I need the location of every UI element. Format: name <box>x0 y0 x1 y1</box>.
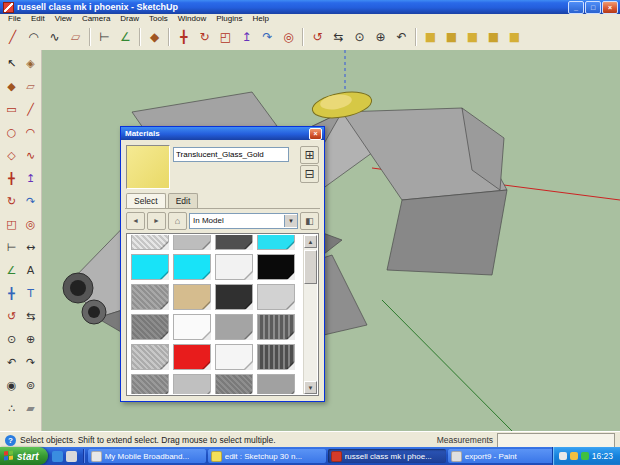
secondary-pane-button[interactable]: ⊟ <box>300 165 319 183</box>
taskbar-task[interactable]: russell class mk i phoe... <box>328 449 446 463</box>
create-material-button[interactable]: ⊞ <box>300 146 319 164</box>
move-tool-button[interactable]: ╋ <box>2 167 21 190</box>
follow-me-tool-button[interactable]: ↷ <box>257 27 278 48</box>
circle-tool-button[interactable]: ○ <box>2 121 21 144</box>
protractor-tool-button[interactable]: ∠ <box>115 27 136 48</box>
materials-scrollbar[interactable]: ▲ ▼ <box>303 235 317 394</box>
axes-tool-button[interactable]: ╋ <box>2 282 21 305</box>
back-button[interactable]: ◄ <box>126 212 145 230</box>
menu-item-help[interactable]: Help <box>247 14 273 24</box>
polygon-tool-button[interactable]: ◇ <box>2 144 21 167</box>
previous-view-tool-button[interactable]: ↶ <box>2 351 21 374</box>
arc-tool-button[interactable]: ◠ <box>21 121 40 144</box>
menu-item-view[interactable]: View <box>50 14 77 24</box>
text-tool-button[interactable]: A <box>21 259 40 282</box>
material-swatch-4[interactable] <box>257 235 295 250</box>
menu-item-file[interactable]: File <box>3 14 26 24</box>
right-view-button[interactable]: ■ <box>483 27 504 48</box>
walk-tool-button[interactable]: ∴ <box>2 397 21 420</box>
material-swatch-13[interactable] <box>131 314 169 340</box>
measurements-input[interactable] <box>497 433 615 448</box>
tape-measure-tool-button[interactable]: ⊢ <box>94 27 115 48</box>
paint-bucket-tool-button[interactable]: ◆ <box>2 75 21 98</box>
material-swatch-11[interactable] <box>215 284 253 310</box>
forward-button[interactable]: ► <box>147 212 166 230</box>
material-swatch-14[interactable] <box>173 314 211 340</box>
zoom-tool-button[interactable]: ⊙ <box>2 328 21 351</box>
tray-icon-2[interactable] <box>570 452 578 460</box>
collection-dropdown[interactable]: In Model ▼ <box>189 213 298 229</box>
pan-tool-button[interactable]: ⇆ <box>21 305 40 328</box>
material-swatch-5[interactable] <box>131 254 169 280</box>
line-tool-button[interactable]: ╱ <box>21 98 40 121</box>
material-swatch-3[interactable] <box>215 235 253 250</box>
line-tool-button[interactable]: ╱ <box>2 27 23 48</box>
freehand-tool-button[interactable]: ∿ <box>44 27 65 48</box>
taskbar-task[interactable]: edit : Sketchup 30 n... <box>208 449 326 463</box>
scroll-down-button[interactable]: ▼ <box>304 381 317 394</box>
follow-me-tool-button[interactable]: ↷ <box>21 190 40 213</box>
quick-launch-icon-2[interactable] <box>66 451 77 462</box>
material-swatch-10[interactable] <box>173 284 211 310</box>
paint-bucket-tool-button[interactable]: ◆ <box>144 27 165 48</box>
menu-item-edit[interactable]: Edit <box>26 14 50 24</box>
look-around-tool-button[interactable]: ⊚ <box>21 374 40 397</box>
material-name-input[interactable] <box>173 147 289 162</box>
minimize-button[interactable]: _ <box>568 1 584 14</box>
maximize-button[interactable]: □ <box>585 1 601 14</box>
offset-tool-button[interactable]: ◎ <box>278 27 299 48</box>
taskbar-task[interactable]: My Mobile Broadband... <box>88 449 206 463</box>
menu-item-draw[interactable]: Draw <box>115 14 144 24</box>
home-button[interactable]: ⌂ <box>168 212 187 230</box>
push-pull-tool-button[interactable]: ↥ <box>236 27 257 48</box>
tape-measure-tool-button[interactable]: ⊢ <box>2 236 21 259</box>
scrollbar-thumb[interactable] <box>304 250 317 284</box>
scroll-up-button[interactable]: ▲ <box>304 235 317 248</box>
select-tool-button[interactable]: ↖ <box>2 52 21 75</box>
close-button[interactable]: × <box>602 1 618 14</box>
dimension-tool-button[interactable]: ↔ <box>21 236 40 259</box>
offset-tool-button[interactable]: ◎ <box>21 213 40 236</box>
material-swatch-16[interactable] <box>257 314 295 340</box>
front-view-button[interactable]: ■ <box>462 27 483 48</box>
material-swatch-18[interactable] <box>173 344 211 370</box>
material-swatch-17[interactable] <box>131 344 169 370</box>
next-view-tool-button[interactable]: ↷ <box>21 351 40 374</box>
material-swatch-2[interactable] <box>173 235 211 250</box>
section-plane-tool-button[interactable]: ▰ <box>21 397 40 420</box>
back-view-button[interactable]: ■ <box>504 27 525 48</box>
iso-view-button[interactable]: ■ <box>420 27 441 48</box>
quick-launch-icon-1[interactable] <box>52 451 63 462</box>
tab-edit[interactable]: Edit <box>168 193 199 208</box>
material-swatch-23[interactable] <box>215 374 253 394</box>
window-titlebar[interactable]: russell class mk i phoenix - SketchUp _ … <box>0 0 620 14</box>
position-camera-tool-button[interactable]: ◉ <box>2 374 21 397</box>
zoom-extents-tool-button[interactable]: ⊕ <box>21 328 40 351</box>
start-button[interactable]: start <box>0 447 48 465</box>
menu-item-camera[interactable]: Camera <box>77 14 115 24</box>
materials-close-button[interactable]: × <box>309 128 322 140</box>
eraser-tool-button[interactable]: ▱ <box>65 27 86 48</box>
rectangle-tool-button[interactable]: ▭ <box>2 98 21 121</box>
push-pull-tool-button[interactable]: ↥ <box>21 167 40 190</box>
eraser-tool-button[interactable]: ▱ <box>21 75 40 98</box>
rotate-tool-button[interactable]: ↻ <box>2 190 21 213</box>
previous-view-tool-button[interactable]: ↶ <box>391 27 412 48</box>
material-swatch-24[interactable] <box>257 374 295 394</box>
scale-tool-button[interactable]: ◰ <box>2 213 21 236</box>
tab-select[interactable]: Select <box>126 193 166 208</box>
zoom-extents-tool-button[interactable]: ⊕ <box>370 27 391 48</box>
material-swatch-1[interactable] <box>131 235 169 250</box>
taskbar-task[interactable]: export9 - Paint <box>448 449 552 463</box>
freehand-tool-button[interactable]: ∿ <box>21 144 40 167</box>
materials-dialog-titlebar[interactable]: Materials × <box>121 127 324 140</box>
scale-tool-button[interactable]: ◰ <box>215 27 236 48</box>
chevron-down-icon[interactable]: ▼ <box>284 215 297 227</box>
arc-tool-button[interactable]: ◠ <box>23 27 44 48</box>
material-swatch-12[interactable] <box>257 284 295 310</box>
menu-item-window[interactable]: Window <box>173 14 211 24</box>
help-icon[interactable]: ? <box>5 435 16 446</box>
orbit-tool-button[interactable]: ↺ <box>2 305 21 328</box>
rotate-tool-button[interactable]: ↻ <box>194 27 215 48</box>
menu-item-tools[interactable]: Tools <box>144 14 173 24</box>
